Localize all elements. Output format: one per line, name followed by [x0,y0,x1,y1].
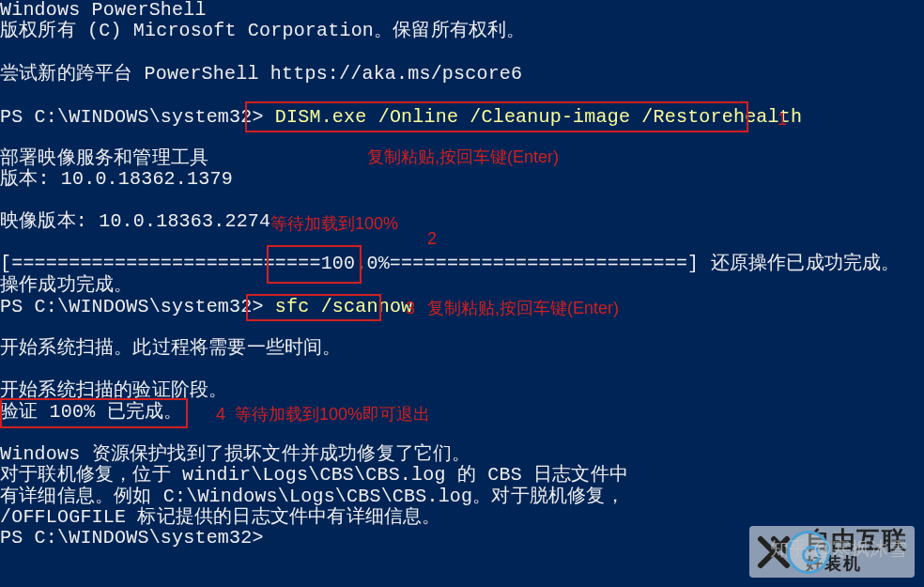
annotation-note-2a: 等待加载到100% [270,213,398,235]
annotation-note-4: 等待加载到100%即可退出 [235,404,430,425]
annotation-number-4: 4 [216,404,225,425]
command-text: sfc /scannow [275,296,412,317]
terminal-line: 对于联机修复，位于 windir\Logs\CBS\CBS.log 的 CBS … [0,465,628,487]
terminal-line: PS C:\WINDOWS\system32> [0,528,275,549]
terminal-line: 操作成功完成。 [0,275,132,297]
terminal-line: /OFFLOGFILE 标记提供的日志文件中有详细信息。 [0,507,441,529]
terminal-line: Windows PowerShell [0,0,207,22]
terminal-line: [===========================100.0%======… [0,254,901,275]
terminal-line: 有详细信息。例如 C:\Windows\Logs\CBS\CBS.log。对于脱… [0,487,624,508]
annotation-note-1: 复制粘贴,按回车键(Enter) [367,147,559,168]
prompt: PS C:\WINDOWS\system32> [0,106,275,128]
terminal-line: 版权所有 (C) Microsoft Corporation。保留所有权利。 [0,21,526,42]
terminal-line: PS C:\WINDOWS\system32> DISM.exe /Online… [0,107,802,129]
annotation-number-2: 2 [427,228,437,250]
prompt: PS C:\WINDOWS\system32> [0,296,275,317]
terminal-line: 版本: 10.0.18362.1379 [0,169,233,191]
terminal-line: 开始系统扫描。此过程将需要一些时间。 [0,338,342,360]
command-text: DISM.exe /Online /Cleanup-image /Restore… [275,106,802,128]
terminal-line: 映像版本: 10.0.18363.2274 [0,211,270,233]
terminal-line: Windows 资源保护找到了损坏文件并成功修复了它们。 [0,444,471,466]
prompt: PS C:\WINDOWS\system32> [0,527,275,548]
annotation-note-3: 复制粘贴,按回车键(Enter) [427,298,619,319]
powershell-terminal[interactable]: Windows PowerShell版权所有 (C) Microsoft Cor… [0,0,924,587]
terminal-line: 尝试新的跨平台 PowerShell https://aka.ms/pscore… [0,64,522,85]
annotation-number-1: 1 [778,109,787,131]
terminal-line: PS C:\WINDOWS\system32> sfc /scannow [0,297,412,318]
terminal-line: 验证 100% 已完成。 [0,402,182,424]
watermark-overlay-text: 知乎 @寒枫沐雪 [770,538,907,560]
annotation-number-3: 3 [406,298,415,319]
terminal-line: 开始系统扫描的验证阶段。 [0,380,227,402]
terminal-line: 部署映像服务和管理工具 [0,148,208,170]
